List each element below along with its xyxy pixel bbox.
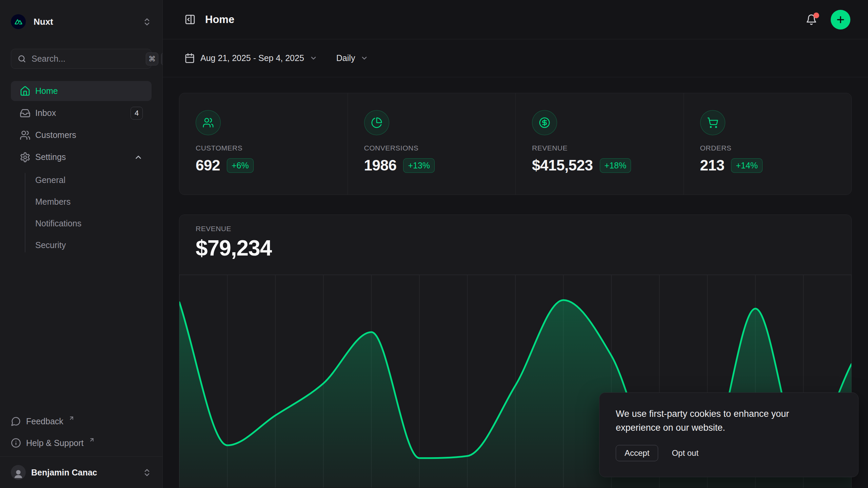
stat-delta-badge: +13% [403, 158, 435, 173]
gear-icon [20, 152, 31, 163]
avatar [11, 465, 26, 480]
stats-summary-card: CUSTOMERS 692 +6% CONVERSIONS 1986 +13% [179, 93, 852, 195]
date-range-picker[interactable]: Aug 21, 2025 - Sep 4, 2025 [184, 53, 317, 63]
calendar-icon [184, 53, 195, 63]
feedback-link[interactable]: Feedback [11, 413, 152, 429]
help-support-link[interactable]: Help & Support [11, 435, 152, 451]
search-input-wrapper[interactable]: ⌘ K [11, 49, 152, 69]
filter-bar: Aug 21, 2025 - Sep 4, 2025 Daily [163, 39, 868, 77]
stat-conversions[interactable]: CONVERSIONS 1986 +13% [348, 93, 516, 195]
page-title: Home [205, 14, 234, 26]
sidebar-item-label: Inbox [35, 108, 56, 118]
stat-delta-badge: +6% [227, 158, 254, 173]
sidebar-item-inbox[interactable]: Inbox 4 [11, 103, 152, 123]
kbd-cmd: ⌘ [146, 53, 158, 65]
topbar-actions [804, 10, 850, 29]
date-range-value: Aug 21, 2025 - Sep 4, 2025 [200, 53, 304, 63]
subnav-item-label: General [35, 175, 65, 185]
sidebar-footer-links: Feedback Help & Support [11, 413, 152, 451]
users-icon [196, 110, 221, 135]
stat-delta-badge: +14% [731, 158, 763, 173]
user-menu[interactable]: Benjamin Canac [0, 456, 162, 488]
info-circle-icon [11, 438, 21, 448]
dollar-circle-icon [532, 110, 557, 135]
stat-label: REVENUE [532, 144, 667, 152]
footer-link-label: Feedback [26, 416, 63, 426]
stat-revenue[interactable]: REVENUE $415,523 +18% [515, 93, 684, 195]
sidebar-item-label: Customers [35, 130, 76, 140]
sidebar-item-label: Settings [35, 152, 66, 162]
chart-title: REVENUE [196, 224, 835, 233]
sidebar-nav: Home Inbox 4 Customers Settings [11, 81, 152, 255]
chevron-up-icon [134, 153, 143, 162]
stat-value: 1986 [364, 157, 397, 174]
sidebar-item-label: Home [35, 86, 58, 96]
sidebar-item-security[interactable]: Security [11, 236, 152, 255]
sidebar-item-members[interactable]: Members [11, 192, 152, 211]
chart-total-value: $79,234 [196, 235, 835, 261]
cookie-consent-toast: We use first-party cookies to enhance yo… [599, 392, 859, 477]
chevron-down-icon [310, 54, 317, 62]
workspace-switcher[interactable]: Nuxt [11, 12, 152, 31]
stat-customers[interactable]: CUSTOMERS 692 +6% [179, 93, 348, 195]
chevrons-up-down-icon [142, 17, 152, 26]
cart-icon [700, 110, 725, 135]
stat-value: 692 [196, 157, 220, 174]
interval-value: Daily [336, 53, 355, 63]
plus-icon [835, 15, 846, 25]
notification-dot [813, 13, 819, 18]
inbox-icon [20, 108, 31, 119]
cookie-message: We use first-party cookies to enhance yo… [616, 407, 826, 435]
collapse-sidebar-button[interactable] [184, 14, 196, 25]
notifications-button[interactable] [804, 13, 818, 27]
chevron-down-icon [360, 54, 368, 62]
add-button[interactable] [831, 10, 850, 29]
home-icon [20, 86, 31, 97]
inbox-count-badge: 4 [131, 107, 143, 120]
workspace-name: Nuxt [34, 17, 53, 27]
topbar: Home [163, 0, 868, 39]
sidebar-item-settings[interactable]: Settings [11, 147, 152, 167]
nuxt-logo-icon [11, 14, 26, 29]
stat-orders[interactable]: ORDERS 213 +14% [684, 93, 852, 195]
sidebar-item-home[interactable]: Home [11, 81, 152, 101]
accept-cookies-button[interactable]: Accept [616, 445, 658, 461]
stat-delta-badge: +18% [600, 158, 631, 173]
subnav-item-label: Notifications [35, 219, 81, 228]
settings-subnav: General Members Notifications Security [11, 171, 152, 255]
message-bubble-icon [11, 416, 21, 426]
search-icon [17, 54, 26, 63]
stat-label: CONVERSIONS [364, 144, 499, 152]
subnav-item-label: Members [35, 197, 71, 207]
external-link-icon [89, 437, 95, 443]
stat-value: 213 [700, 157, 725, 174]
chevrons-up-down-icon [142, 468, 152, 477]
sidebar-item-general[interactable]: General [11, 171, 152, 189]
footer-link-label: Help & Support [26, 438, 84, 448]
interval-select[interactable]: Daily [336, 53, 369, 63]
sidebar-item-customers[interactable]: Customers [11, 125, 152, 145]
user-name: Benjamin Canac [31, 468, 97, 477]
subnav-item-label: Security [35, 240, 66, 250]
sidebar-spacer [11, 255, 152, 413]
stat-value: $415,523 [532, 157, 593, 174]
stat-label: ORDERS [700, 144, 835, 152]
users-icon [20, 130, 31, 141]
stat-label: CUSTOMERS [196, 144, 331, 152]
sidebar-item-notifications[interactable]: Notifications [11, 214, 152, 233]
search-input[interactable] [32, 54, 141, 64]
optout-cookies-button[interactable]: Opt out [672, 448, 698, 458]
sidebar: Nuxt ⌘ K Home Inb [0, 0, 163, 488]
external-link-icon [68, 415, 75, 421]
pie-chart-icon [364, 110, 389, 135]
